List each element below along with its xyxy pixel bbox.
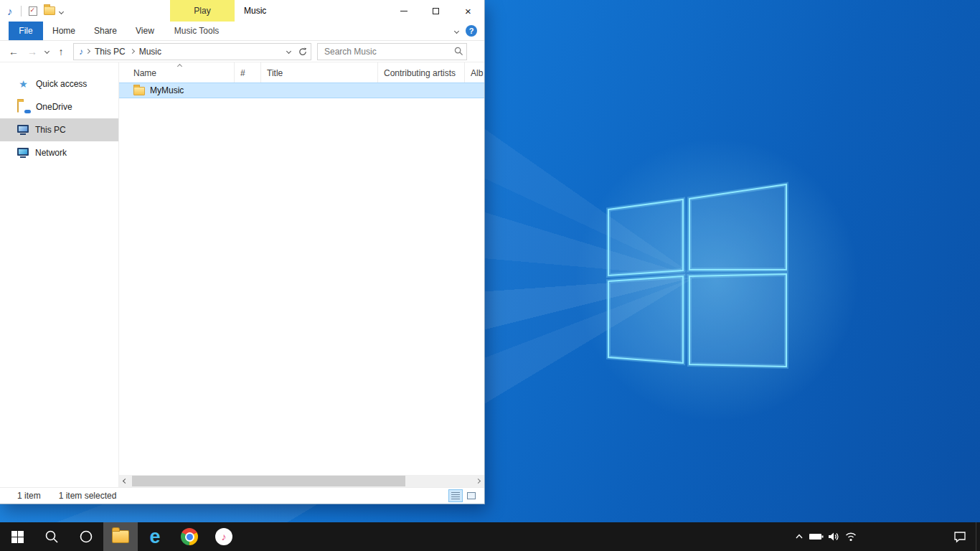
- details-view-icon: [451, 492, 460, 499]
- ribbon-tab-row: File Home Share View Music Tools ?: [0, 22, 484, 41]
- sidebar-item-quick-access[interactable]: ★ Quick access: [0, 72, 118, 95]
- taskbar-chrome-button[interactable]: [172, 522, 207, 551]
- scroll-left-icon[interactable]: [119, 475, 131, 487]
- taskbar-internet-explorer-button[interactable]: e: [138, 522, 172, 551]
- item-count: 1 item: [17, 491, 41, 501]
- address-dropdown-icon[interactable]: [282, 50, 295, 53]
- internet-explorer-icon: e: [149, 527, 160, 547]
- large-icons-view-button[interactable]: [464, 489, 479, 502]
- system-tray: [791, 522, 980, 551]
- action-center-icon[interactable]: [944, 522, 976, 551]
- battery-icon[interactable]: [808, 522, 825, 551]
- navigation-bar: ← → ↑ ♪ This PC Music: [0, 41, 484, 62]
- large-icons-view-icon: [467, 492, 476, 499]
- sidebar-item-network[interactable]: Network: [0, 141, 118, 164]
- tab-file[interactable]: File: [9, 22, 43, 40]
- wifi-network-icon[interactable]: [842, 522, 859, 551]
- forward-button[interactable]: →: [23, 42, 42, 61]
- sidebar-item-onedrive[interactable]: OneDrive: [0, 95, 118, 118]
- music-folder-icon: ♪: [79, 47, 83, 57]
- sidebar-item-this-pc[interactable]: This PC: [0, 118, 118, 141]
- search-icon: [44, 529, 59, 544]
- sidebar-item-label: Network: [35, 148, 67, 158]
- column-header-title[interactable]: Title: [261, 62, 378, 83]
- sidebar-item-label: This PC: [35, 125, 66, 135]
- back-button[interactable]: ←: [4, 42, 23, 61]
- column-header-contributing-artists[interactable]: Contributing artists: [378, 62, 465, 83]
- tab-play[interactable]: Play: [170, 0, 235, 22]
- start-button[interactable]: [0, 522, 34, 551]
- maximize-button[interactable]: [420, 0, 452, 22]
- address-bar[interactable]: ♪ This PC Music: [73, 43, 311, 60]
- cortana-button[interactable]: [69, 522, 103, 551]
- selection-count: 1 item selected: [59, 491, 117, 501]
- expand-ribbon-button[interactable]: [447, 22, 466, 40]
- taskbar-itunes-button[interactable]: ♪: [207, 522, 241, 551]
- file-explorer-window: ♪ Play Music × File Home Share View Musi…: [0, 0, 484, 504]
- breadcrumb-this-pc[interactable]: This PC: [90, 44, 131, 60]
- refresh-icon[interactable]: [295, 47, 311, 56]
- horizontal-scrollbar[interactable]: [119, 475, 484, 487]
- minimize-button[interactable]: [387, 0, 420, 22]
- column-headers: Name # Title Contributing artists Alb: [119, 62, 484, 83]
- volume-icon[interactable]: [825, 522, 842, 551]
- music-app-icon: ♪: [7, 5, 13, 17]
- details-view-button[interactable]: [448, 489, 463, 502]
- column-header-album[interactable]: Alb: [465, 62, 484, 83]
- properties-icon[interactable]: [29, 6, 37, 16]
- scroll-right-icon[interactable]: [472, 475, 484, 487]
- tab-view[interactable]: View: [126, 22, 164, 40]
- main-area: ★ Quick access OneDrive This PC Network: [0, 62, 484, 487]
- network-icon: [17, 148, 29, 158]
- scrollbar-thumb[interactable]: [132, 476, 405, 486]
- itunes-icon: ♪: [215, 528, 232, 545]
- cortana-icon: [79, 529, 93, 544]
- computer-icon: [17, 125, 29, 135]
- hidden-icons-chevron-icon[interactable]: [791, 522, 808, 551]
- folder-icon: [133, 87, 145, 95]
- show-desktop-button[interactable]: [976, 522, 980, 551]
- title-bar: ♪ Play Music ×: [0, 0, 484, 22]
- file-row-mymusic[interactable]: MyMusic: [119, 83, 484, 98]
- windows-logo-wallpaper: [603, 176, 791, 372]
- help-icon[interactable]: ?: [466, 25, 477, 37]
- search-box[interactable]: [317, 43, 467, 60]
- tab-share[interactable]: Share: [85, 22, 126, 40]
- window-title: Music: [244, 6, 266, 16]
- status-bar: 1 item 1 item selected: [0, 487, 484, 504]
- chrome-icon: [181, 528, 198, 545]
- sidebar-item-label: Quick access: [36, 79, 87, 89]
- search-input[interactable]: [324, 47, 454, 57]
- navigation-pane: ★ Quick access OneDrive This PC Network: [0, 62, 119, 487]
- taskbar-search-button[interactable]: [34, 522, 69, 551]
- sidebar-item-label: OneDrive: [36, 102, 72, 112]
- window-controls: ×: [387, 0, 484, 22]
- taskbar: e ♪: [0, 522, 980, 551]
- tab-music-tools[interactable]: Music Tools: [165, 22, 228, 40]
- search-icon[interactable]: [454, 47, 463, 56]
- close-button[interactable]: ×: [452, 0, 484, 22]
- play-tab-label: Play: [194, 6, 210, 16]
- chevron-down-icon: [453, 28, 458, 33]
- up-button[interactable]: ↑: [52, 42, 70, 61]
- star-icon: ★: [17, 78, 29, 90]
- onedrive-icon: [17, 102, 29, 112]
- tab-home[interactable]: Home: [43, 22, 85, 40]
- file-explorer-icon: [113, 531, 128, 542]
- column-header-number[interactable]: #: [235, 62, 261, 83]
- taskbar-file-explorer-button[interactable]: [103, 522, 138, 551]
- new-folder-icon[interactable]: [44, 6, 55, 15]
- file-name: MyMusic: [150, 85, 184, 95]
- file-list: Name # Title Contributing artists Alb My…: [119, 62, 484, 487]
- breadcrumb-music[interactable]: Music: [134, 44, 166, 60]
- recent-locations-dropdown-icon[interactable]: [42, 42, 52, 61]
- divider: [21, 6, 22, 17]
- quick-access-toolbar-dropdown-icon[interactable]: [58, 9, 63, 14]
- windows-logo-icon: [11, 531, 24, 543]
